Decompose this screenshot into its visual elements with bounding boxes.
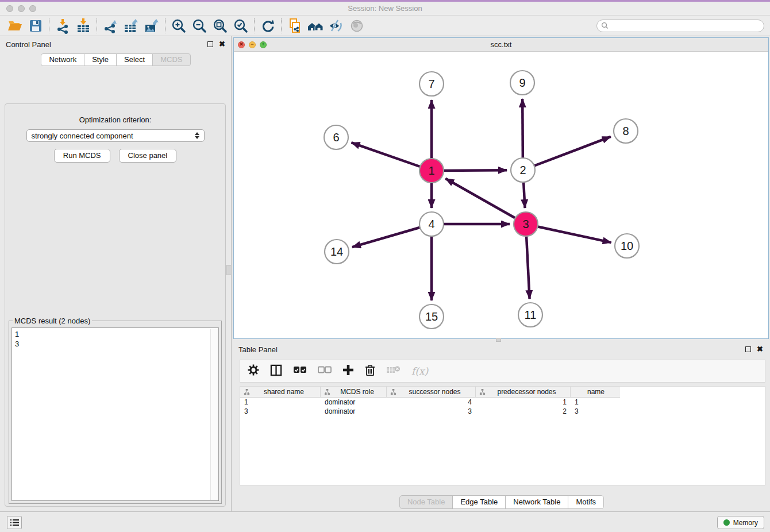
- show-all-button[interactable]: [346, 17, 367, 34]
- cell-name: 1: [571, 398, 620, 406]
- mcds-panel-body: Optimization criterion: strongly connect…: [5, 103, 226, 507]
- memory-status-icon: [723, 519, 730, 526]
- toolbar-separator: [49, 18, 49, 33]
- graph-edge-1-6[interactable]: [351, 142, 432, 171]
- function-builder-button[interactable]: f(x): [411, 365, 428, 377]
- search-icon: [601, 22, 609, 29]
- graph-node-label: 3: [522, 218, 529, 230]
- export-network-icon: [102, 18, 118, 34]
- column-header-name[interactable]: name: [571, 387, 620, 397]
- graph-node-label: 11: [525, 309, 537, 321]
- delete-table-button[interactable]: [386, 365, 401, 377]
- network-graph[interactable]: 7968124314101511: [234, 52, 768, 338]
- close-panel-icon[interactable]: ✖: [219, 41, 225, 47]
- first-neighbors-button[interactable]: [305, 17, 326, 34]
- control-panel-tabs: Network Style Select MCDS: [0, 53, 231, 66]
- graph-edge-3-10[interactable]: [526, 224, 611, 242]
- mcds-result-textarea[interactable]: 1 3: [11, 327, 219, 501]
- search-input[interactable]: [611, 21, 764, 31]
- close-table-panel-icon[interactable]: ✖: [757, 346, 763, 352]
- add-column-button[interactable]: [342, 364, 354, 378]
- toolbar-separator: [97, 18, 97, 33]
- table-settings-button[interactable]: [248, 364, 259, 378]
- zoom-selected-button[interactable]: [230, 17, 251, 34]
- graph-node-label: 1: [428, 164, 434, 177]
- open-folder-icon: [7, 18, 23, 34]
- export-image-button[interactable]: [141, 17, 162, 34]
- table-panel: Table Panel ✖: [233, 342, 770, 511]
- control-panel: Control Panel ✖ Network Style Select MCD…: [0, 36, 232, 511]
- zoom-out-button[interactable]: [189, 17, 210, 34]
- tab-motifs[interactable]: Motifs: [568, 495, 604, 509]
- hierarchy-icon: [324, 389, 330, 395]
- close-panel-button[interactable]: Close panel: [119, 149, 177, 163]
- select-stepper-icon: [195, 132, 199, 139]
- hierarchy-icon: [390, 389, 396, 395]
- column-header-shared-name[interactable]: shared name: [240, 387, 321, 397]
- open-session-button[interactable]: [5, 17, 25, 34]
- result-scrollbar[interactable]: [210, 329, 218, 500]
- hide-selected-button[interactable]: [326, 17, 346, 34]
- cell-name: 3: [571, 407, 620, 415]
- column-header-mcds-role[interactable]: MCDS role: [321, 387, 387, 397]
- memory-button[interactable]: Memory: [717, 516, 764, 529]
- graph-edge-2-8[interactable]: [523, 137, 611, 170]
- import-network-button[interactable]: [52, 17, 73, 34]
- tab-style[interactable]: Style: [84, 53, 117, 66]
- mcds-result-title: MCDS result (2 nodes): [13, 317, 92, 325]
- graph-node-label: 4: [428, 218, 434, 230]
- cell-shared-name: 1: [240, 398, 321, 406]
- zoom-in-icon: [171, 18, 187, 34]
- zoom-in-button[interactable]: [168, 17, 189, 34]
- control-panel-header: Control Panel ✖: [0, 36, 231, 52]
- tab-node-table[interactable]: Node Table: [399, 495, 453, 509]
- tab-select[interactable]: Select: [116, 53, 153, 66]
- memory-label: Memory: [733, 519, 758, 527]
- cell-mcds-role: dominator: [321, 407, 387, 415]
- export-table-button[interactable]: [121, 17, 141, 34]
- tab-network-table[interactable]: Network Table: [505, 495, 568, 509]
- control-panel-title: Control Panel: [6, 40, 51, 49]
- zoom-fit-button[interactable]: [210, 17, 230, 34]
- clone-network-button[interactable]: [284, 17, 305, 34]
- export-network-button[interactable]: [100, 17, 121, 34]
- float-panel-icon[interactable]: [207, 41, 213, 47]
- run-mcds-button[interactable]: Run MCDS: [54, 149, 110, 163]
- import-table-icon: [75, 18, 91, 34]
- mcds-result-line: 1: [15, 329, 215, 339]
- float-table-panel-icon[interactable]: [745, 346, 751, 352]
- table-row[interactable]: 3 dominator 3 2 3: [240, 407, 620, 416]
- cell-shared-name: 3: [240, 407, 321, 415]
- delete-column-button[interactable]: [365, 364, 375, 378]
- select-all-rows-button[interactable]: [293, 366, 307, 376]
- show-column-button[interactable]: [270, 364, 282, 379]
- import-table-button[interactable]: [73, 17, 94, 34]
- refresh-view-button[interactable]: [257, 17, 278, 34]
- zoom-selected-icon: [233, 18, 249, 34]
- tab-network[interactable]: Network: [41, 53, 84, 66]
- zoom-out-icon: [191, 18, 207, 34]
- table-row[interactable]: 1 dominator 4 1 1: [240, 398, 620, 407]
- mcds-result-line: 3: [15, 339, 215, 349]
- toolbar-search[interactable]: [596, 20, 764, 32]
- optimization-criterion-select[interactable]: strongly connected component: [26, 129, 205, 142]
- gear-icon: [248, 364, 259, 376]
- column-header-successor-nodes[interactable]: successor nodes: [387, 387, 476, 397]
- optimization-criterion-label: Optimization criterion:: [5, 115, 225, 124]
- application-window: Session: New Session: [0, 0, 770, 532]
- network-canvas[interactable]: 7968124314101511: [234, 52, 768, 338]
- tab-edge-table[interactable]: Edge Table: [452, 495, 506, 509]
- graph-node-label: 10: [621, 240, 633, 252]
- node-table[interactable]: shared name MCDS role successor nodes pr…: [240, 386, 765, 485]
- main-toolbar: [0, 16, 770, 36]
- tab-mcds[interactable]: MCDS: [152, 53, 190, 66]
- deselect-all-rows-button[interactable]: [318, 366, 332, 376]
- save-session-button[interactable]: [25, 17, 46, 34]
- task-history-button[interactable]: [7, 516, 22, 529]
- column-header-predecessor-nodes[interactable]: predecessor nodes: [476, 387, 571, 397]
- graph-edge-3-1[interactable]: [445, 179, 526, 224]
- graph-node-label: 15: [425, 310, 438, 323]
- plus-icon: [342, 364, 354, 376]
- vertical-splitter-grip[interactable]: [226, 265, 232, 275]
- delete-table-icon: [386, 365, 401, 375]
